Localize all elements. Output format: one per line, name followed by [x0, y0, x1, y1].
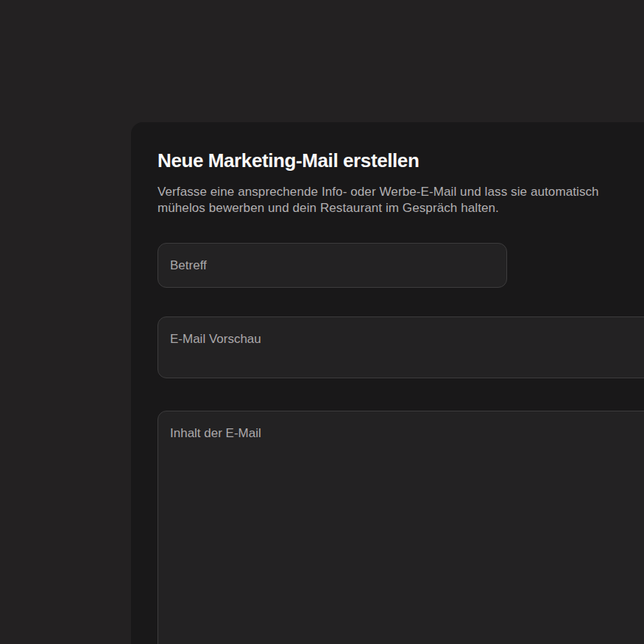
email-preview-input[interactable] — [158, 316, 644, 378]
marketing-mail-dialog: Neue Marketing-Mail erstellen Verfasse e… — [131, 122, 644, 644]
dialog-description-line2: mühelos bewerben und dein Restaurant im … — [158, 200, 644, 216]
subject-input[interactable] — [158, 243, 507, 288]
page-background: { "window": { "background_color": "#2321… — [0, 0, 644, 644]
email-content-input[interactable] — [158, 411, 644, 644]
dialog-description: Verfasse eine ansprechende Info- oder We… — [158, 184, 644, 216]
dialog-description-line1: Verfasse eine ansprechende Info- oder We… — [158, 184, 644, 200]
dialog-title: Neue Marketing-Mail erstellen — [158, 149, 644, 172]
